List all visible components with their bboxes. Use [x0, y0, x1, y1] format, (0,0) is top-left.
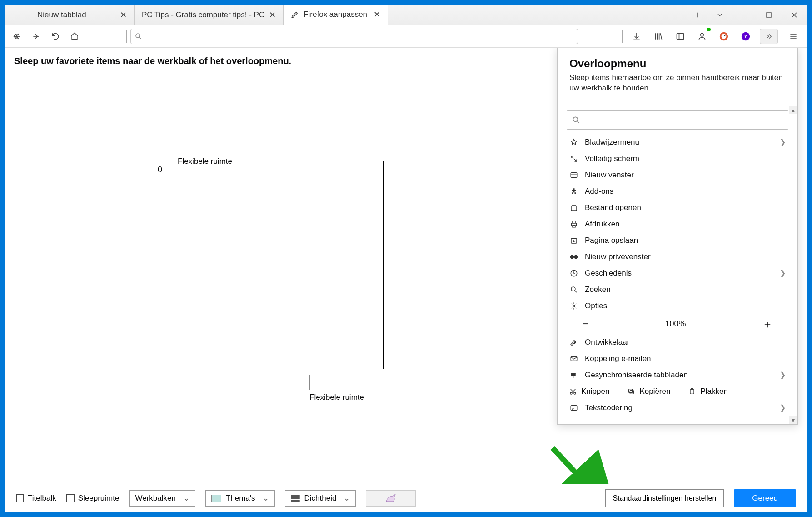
flex-label: Flexibele ruimte — [178, 157, 232, 166]
new-window-icon — [569, 171, 578, 179]
overflow-item-fullscreen[interactable]: Volledig scherm — [564, 151, 791, 167]
overflow-item-syncedtabs[interactable]: Gesynchroniseerde tabbladen ❯ — [564, 367, 791, 383]
dragspace-checkbox[interactable]: Sleepruimte — [66, 494, 120, 503]
library-button[interactable] — [651, 29, 666, 44]
tab-new[interactable]: Nieuw tabblad ✕ — [30, 5, 135, 25]
cut-label: Knippen — [581, 387, 609, 396]
titlebar-checkbox[interactable]: Titelbalk — [16, 494, 56, 503]
minimize-button[interactable] — [731, 5, 756, 25]
app-menu-button[interactable] — [784, 29, 802, 44]
print-icon — [569, 220, 578, 228]
copy-button[interactable]: Kopiëren — [628, 387, 670, 396]
history-icon — [569, 269, 578, 277]
ext-icon-duckduckgo[interactable] — [716, 29, 732, 44]
overflow-item-openfile[interactable]: Bestand openen — [564, 200, 791, 216]
tab-customize[interactable]: Firefox aanpassen ✕ — [284, 5, 388, 25]
close-icon[interactable]: ✕ — [120, 10, 127, 20]
maximize-button[interactable] — [756, 5, 782, 25]
uidensity-preview[interactable] — [366, 490, 416, 507]
svg-point-10 — [573, 117, 578, 121]
themes-select[interactable]: Thema's ⌄ — [205, 490, 275, 507]
url-bar[interactable] — [130, 29, 578, 44]
placeholder-slot[interactable] — [86, 30, 127, 43]
overflow-item-private[interactable]: Nieuw privévenster — [564, 249, 791, 265]
overflow-item-emaillink[interactable]: Koppeling e-mailen — [564, 351, 791, 367]
save-page-icon — [569, 236, 578, 245]
restore-defaults-button[interactable]: Standaardinstellingen herstellen — [605, 489, 724, 507]
overflow-item-addons[interactable]: Add-ons — [564, 183, 791, 200]
checkbox-icon — [16, 494, 24, 502]
downloads-button[interactable] — [629, 29, 644, 44]
scroll-up-icon[interactable]: ▴ — [789, 106, 797, 114]
addons-icon — [569, 187, 578, 196]
checkbox-icon — [66, 494, 75, 502]
new-tab-button[interactable] — [687, 5, 709, 25]
home-button[interactable] — [67, 29, 82, 44]
tab-pctips[interactable]: PC Tips - Gratis computer tips! - PC ✕ — [135, 5, 284, 25]
overflow-panel: Overloopmenu Sleep items hiernaartoe om … — [557, 48, 798, 425]
encoding-icon — [569, 404, 578, 412]
overflow-item-options[interactable]: Opties — [564, 298, 791, 314]
svg-line-33 — [553, 448, 612, 484]
flex-space-item[interactable]: Flexibele ruimte — [178, 139, 232, 166]
button-label: Standaardinstellingen herstellen — [613, 494, 717, 502]
close-icon[interactable]: ✕ — [374, 10, 380, 20]
zoom-out-button[interactable]: − — [582, 317, 589, 331]
overflow-item-newwindow[interactable]: Nieuw venster — [564, 167, 791, 183]
toolbar-icons: Y — [626, 29, 802, 44]
density-select[interactable]: Dichtheid ⌄ — [285, 490, 356, 507]
svg-rect-14 — [573, 221, 575, 223]
open-file-icon — [569, 204, 578, 212]
svg-rect-12 — [571, 206, 577, 211]
flex-space-item[interactable]: Flexibele ruimte — [309, 375, 364, 402]
zoom-in-button[interactable]: ＋ — [762, 317, 773, 331]
overflow-item-history[interactable]: Geschiedenis ❯ — [564, 265, 791, 281]
account-button[interactable] — [694, 29, 710, 44]
placeholder-slot[interactable] — [582, 30, 623, 43]
back-button[interactable] — [10, 29, 25, 44]
checkbox-label: Titelbalk — [28, 494, 56, 503]
tab-label: Firefox aanpassen — [304, 10, 367, 19]
toolbars-select[interactable]: Werkbalken ⌄ — [129, 490, 195, 507]
unicorn-icon — [384, 493, 397, 503]
paste-button[interactable]: Plakken — [688, 387, 727, 396]
search-input[interactable] — [567, 110, 788, 130]
mask-icon — [569, 254, 578, 260]
overflow-item-search[interactable]: Zoeken — [564, 281, 791, 298]
reload-button[interactable] — [48, 29, 63, 44]
svg-rect-11 — [571, 173, 577, 178]
options-gear-icon — [569, 302, 578, 310]
separator — [176, 164, 176, 369]
done-button[interactable]: Gereed — [734, 489, 796, 507]
svg-point-22 — [573, 305, 575, 307]
paste-label: Plakken — [700, 387, 727, 396]
sidebar-button[interactable] — [673, 29, 688, 44]
close-icon[interactable]: ✕ — [269, 10, 276, 20]
close-window-button[interactable] — [782, 5, 807, 25]
all-tabs-button[interactable] — [709, 5, 731, 25]
item-label: Pagina opslaan — [585, 236, 638, 245]
scroll-down-icon[interactable]: ▾ — [789, 416, 797, 424]
nav-toolbar: Y — [5, 25, 807, 48]
overflow-item-developer[interactable]: Ontwikkelaar — [564, 334, 791, 351]
overflow-item-encoding[interactable]: Tekstcodering ❯ — [564, 400, 791, 416]
overflow-button[interactable] — [760, 29, 778, 44]
overflow-item-savepage[interactable]: Pagina opslaan — [564, 232, 791, 249]
ext-icon-yahoo[interactable]: Y — [738, 29, 753, 44]
copy-label: Kopiëren — [639, 387, 670, 396]
svg-point-2 — [136, 34, 140, 38]
customize-area: Sleep uw favoriete items naar de werkbal… — [5, 48, 807, 484]
cut-button[interactable]: Knippen — [569, 387, 609, 396]
forward-button[interactable] — [29, 29, 44, 44]
theme-swatch-icon — [211, 495, 221, 502]
separator — [563, 103, 792, 103]
svg-point-7 — [724, 35, 725, 36]
chevron-right-icon: ❯ — [780, 403, 786, 412]
svg-rect-19 — [573, 256, 574, 257]
customize-footer: Titelbalk Sleepruimte Werkbalken ⌄ Thema… — [5, 484, 807, 512]
overflow-title: Overloopmenu — [569, 57, 786, 70]
bookmark-star-icon — [569, 138, 578, 146]
overflow-item-print[interactable]: Afdrukken — [564, 216, 791, 232]
overflow-item-bookmarks[interactable]: Bladwijzermenu ❯ — [564, 134, 791, 151]
tabs-strip: Nieuw tabblad ✕ PC Tips - Gratis compute… — [5, 5, 687, 25]
